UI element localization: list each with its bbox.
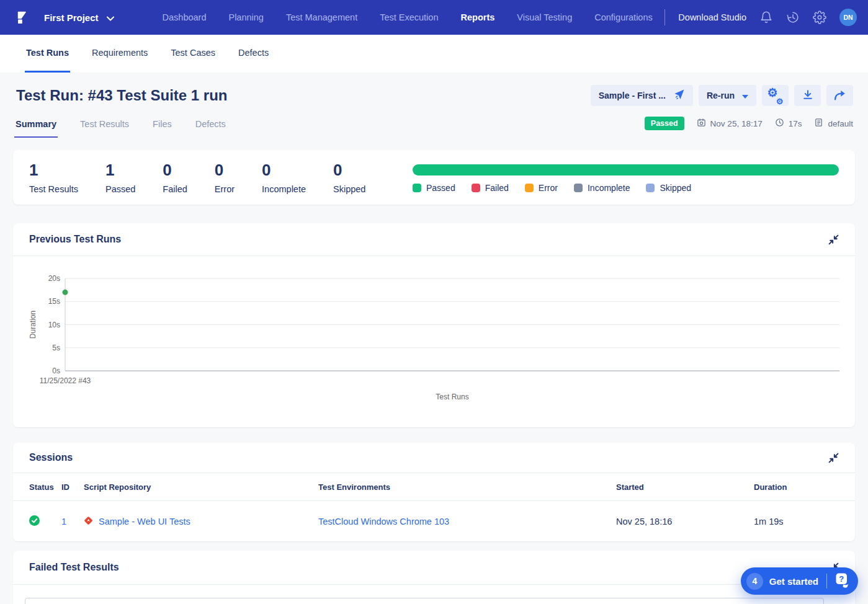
legend-passed-label: Passed [426,183,455,193]
title-actions: Sample - First ... Re-run ⚙⚙ [591,85,853,106]
run-duration-text: 17s [789,119,802,128]
legend-incomplete-swatch [574,184,583,192]
tab-test-results[interactable]: Test Results [79,119,130,138]
collapse-icon[interactable] [828,234,839,245]
run-profile-text: default [828,119,853,128]
svg-text:20s: 20s [48,274,60,283]
collapse-icon[interactable] [828,453,839,463]
session-started: Nov 25, 18:16 [616,517,754,526]
history-icon[interactable] [786,11,800,24]
get-started-label: Get started [769,576,818,587]
download-studio-link[interactable]: Download Studio [678,12,746,22]
stat-failed-value: 0 [163,162,187,179]
title-row: Test Run: #43 Test Suite 1 run Sample - … [0,73,868,106]
download-icon [802,89,814,103]
calendar-icon [697,118,706,129]
nav-item-test-management[interactable]: Test Management [286,12,357,22]
failed-test-results-card: Failed Test Results [13,551,855,604]
result-progress-bar [413,164,839,175]
tab-detail-defects[interactable]: Defects [194,119,227,138]
guide-question-icon: ? [834,572,851,591]
previous-test-runs-header: Previous Test Runs [13,223,855,255]
notifications-bell-icon[interactable] [759,11,773,24]
project-name: First Project [44,12,99,23]
stat-error-label: Error [215,184,235,194]
session-environment-link[interactable]: TestCloud Windows Chrome 103 [318,517,616,526]
legend-skipped-swatch [646,184,655,192]
module-tab-bar: Test Runs Requirements Test Cases Defect… [0,35,868,73]
share-arrow-icon [833,89,846,102]
svg-text:?: ? [839,574,844,584]
main-nav: Dashboard Planning Test Management Test … [163,12,653,22]
nav-item-dashboard[interactable]: Dashboard [163,12,207,22]
svg-text:Test Runs: Test Runs [436,393,468,401]
previous-test-runs-card: Previous Test Runs 0s5s10s15s20s11/25/20… [13,223,855,427]
nav-item-planning[interactable]: Planning [228,12,263,22]
stat-passed-label: Passed [105,184,135,194]
filter-by-name-input[interactable] [25,598,824,604]
session-row: 1 Sample - Web UI Tests TestCloud Window… [13,501,855,541]
session-repo-link[interactable]: Sample - Web UI Tests [99,517,190,526]
col-script-repository: Script Repository [84,482,318,492]
col-started: Started [616,482,754,492]
session-duration: 1m 19s [754,517,839,526]
rerun-label: Re-run [707,91,735,100]
share-button[interactable] [826,85,853,106]
stat-incomplete: 0Incomplete [262,162,306,194]
katalon-studio-diamond-icon [84,516,93,527]
stat-test-results-label: Test Results [29,184,78,194]
svg-text:10s: 10s [48,321,60,329]
session-repo-cell: Sample - Web UI Tests [84,516,318,527]
svg-text:15s: 15s [48,298,60,306]
col-status: Status [29,482,61,492]
failed-results-filter-row [13,585,855,604]
navbar-right: Download Studio DN [664,9,857,26]
execution-profile-button[interactable]: Sample - First ... [591,85,693,106]
settings-gear-icon[interactable] [813,11,826,24]
app-root: First Project Dashboard Planning Test Ma… [0,0,868,604]
rerun-caret-down-icon [742,91,748,100]
legend-passed-swatch [413,184,421,192]
get-started-button[interactable]: 4 Get started ? [741,567,858,595]
sessions-card: Sessions Status ID Script Repository Tes… [13,443,855,541]
sessions-header: Sessions [13,443,855,473]
download-report-button[interactable] [794,85,821,106]
tab-requirements[interactable]: Requirements [91,35,149,73]
stat-incomplete-value: 0 [262,162,306,179]
double-gear-icon: ⚙⚙ [769,89,782,102]
col-id: ID [61,482,84,492]
sessions-title: Sessions [29,452,73,463]
divider [826,574,827,588]
sessions-table-header: Status ID Script Repository Test Environ… [13,473,855,501]
clock-icon [775,118,784,129]
stat-counters: 1Test Results 1Passed 0Failed 0Error 0In… [29,162,378,194]
tab-files[interactable]: Files [151,119,173,138]
tab-test-cases[interactable]: Test Cases [169,35,217,73]
failed-test-results-header: Failed Test Results [13,551,855,584]
stat-error: 0Error [215,162,235,194]
tab-summary[interactable]: Summary [14,119,58,138]
nav-item-configurations[interactable]: Configurations [594,12,653,22]
nav-item-test-execution[interactable]: Test Execution [380,12,438,22]
status-bar-area: Passed Failed Error Incomplete Skipped [413,162,839,193]
tab-test-runs[interactable]: Test Runs [25,35,70,73]
nav-item-visual-testing[interactable]: Visual Testing [517,12,572,22]
legend-error: Error [525,183,558,193]
summary-stats-card: 1Test Results 1Passed 0Failed 0Error 0In… [13,150,855,205]
col-test-environments: Test Environments [318,482,616,492]
rerun-button[interactable]: Re-run [699,85,756,106]
stat-skipped-value: 0 [333,162,365,179]
legend-error-swatch [525,184,534,192]
nav-item-reports[interactable]: Reports [460,12,494,22]
session-id-link[interactable]: 1 [61,517,84,526]
project-selector[interactable]: First Project [44,12,114,23]
stat-skipped: 0Skipped [333,162,365,194]
legend-incomplete-label: Incomplete [588,183,630,193]
page-title: Test Run: #43 Test Suite 1 run [16,87,228,104]
katalon-logo-icon[interactable] [12,9,29,26]
user-avatar[interactable]: DN [839,9,857,26]
tab-defects[interactable]: Defects [237,35,270,73]
configure-gears-button[interactable]: ⚙⚙ [762,85,789,106]
run-meta: Passed Nov 25, 18:17 17s default [645,117,853,138]
launch-plane-icon [673,89,685,102]
